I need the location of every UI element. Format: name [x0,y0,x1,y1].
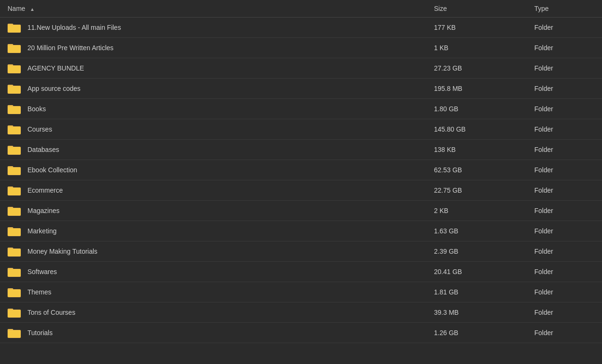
file-name-label: App source codes [27,85,80,92]
folder-icon [8,144,21,155]
file-type-label: Folder [527,38,602,58]
table-row[interactable]: Tutorials1.26 GBFolder [0,323,602,343]
folder-icon [8,63,21,73]
folder-icon [8,104,21,114]
svg-rect-23 [8,168,20,175]
folder-icon [8,83,21,94]
svg-rect-35 [8,249,20,256]
file-size-label: 1.26 GB [426,323,527,343]
file-name-label: Tons of Courses [27,309,75,316]
name-cell: Themes [0,282,426,302]
name-column-header[interactable]: Name ▲ [0,0,426,18]
folder-icon [8,287,21,297]
name-cell: Books [0,99,426,119]
file-size-label: 20.41 GB [426,262,527,282]
table-row[interactable]: 11.New Uploads - All main Files177 KBFol… [0,18,602,38]
file-type-label: Folder [527,119,602,140]
file-type-label: Folder [527,140,602,160]
file-size-label: 1.63 GB [426,221,527,241]
type-column-header[interactable]: Type [527,0,602,18]
file-type-label: Folder [527,58,602,79]
table-row[interactable]: Marketing1.63 GBFolder [0,221,602,241]
name-cell: Tons of Courses [0,302,426,323]
folder-icon [8,328,21,338]
file-size-label: 195.8 MB [426,79,527,99]
svg-rect-44 [8,310,20,317]
file-name-label: Magazines [27,207,60,214]
table-row[interactable]: Ecommerce22.75 GBFolder [0,180,602,201]
file-type-label: Folder [527,79,602,99]
name-cell: Tutorials [0,323,426,343]
name-cell: Databases [0,140,426,160]
svg-rect-11 [8,86,20,93]
svg-rect-32 [8,229,20,236]
table-row[interactable]: Ebook Collection62.53 GBFolder [0,160,602,180]
table-row[interactable]: AGENCY BUNDLE27.23 GBFolder [0,58,602,79]
svg-rect-47 [8,330,20,337]
table-row[interactable]: Money Making Tutorials2.39 GBFolder [0,241,602,262]
folder-icon [8,266,21,277]
table-row[interactable]: Databases138 KBFolder [0,140,602,160]
file-type-label: Folder [527,221,602,241]
file-type-label: Folder [527,241,602,262]
folder-icon [8,22,21,33]
svg-rect-29 [8,208,20,215]
svg-rect-8 [8,66,20,73]
table-row[interactable]: Themes1.81 GBFolder [0,282,602,302]
svg-rect-5 [8,45,20,53]
folder-icon [8,165,21,175]
file-size-label: 2.39 GB [426,241,527,262]
size-column-header[interactable]: Size [426,0,527,18]
name-cell: Ecommerce [0,180,426,201]
file-size-label: 27.23 GB [426,58,527,79]
file-table: Name ▲ Size Type 11.New Uploads - All ma… [0,0,602,343]
svg-rect-20 [8,147,20,154]
file-name-label: 11.New Uploads - All main Files [27,24,121,31]
file-name-label: Money Making Tutorials [27,248,97,255]
file-size-label: 22.75 GB [426,180,527,201]
file-size-label: 1.80 GB [426,99,527,119]
file-name-label: Books [27,105,46,113]
table-header-row: Name ▲ Size Type [0,0,602,18]
name-cell: Money Making Tutorials [0,241,426,262]
file-size-label: 177 KB [426,18,527,38]
folder-icon [8,124,21,134]
table-row[interactable]: 20 Million Pre Written Articles1 KBFolde… [0,38,602,58]
file-type-label: Folder [527,18,602,38]
name-cell: 20 Million Pre Written Articles [0,38,426,58]
name-cell: 11.New Uploads - All main Files [0,18,426,38]
svg-rect-38 [8,269,20,276]
file-name-label: Databases [27,146,59,153]
svg-rect-26 [8,188,20,195]
folder-icon [8,205,21,216]
folder-icon [8,226,21,236]
file-size-label: 39.3 MB [426,302,527,323]
file-type-label: Folder [527,201,602,221]
svg-rect-2 [8,25,20,32]
file-type-label: Folder [527,323,602,343]
table-row[interactable]: Magazines2 KBFolder [0,201,602,221]
folder-icon [8,185,21,195]
file-size-label: 1.81 GB [426,282,527,302]
name-cell: Magazines [0,201,426,221]
file-size-label: 1 KB [426,38,527,58]
svg-rect-41 [8,290,20,297]
svg-rect-14 [8,107,20,114]
file-type-label: Folder [527,99,602,119]
file-type-label: Folder [527,282,602,302]
file-name-label: AGENCY BUNDLE [27,64,84,72]
folder-icon [8,307,21,318]
folder-icon [8,246,21,257]
table-row[interactable]: Courses145.80 GBFolder [0,119,602,140]
table-row[interactable]: Books1.80 GBFolder [0,99,602,119]
name-cell: Courses [0,119,426,140]
file-type-label: Folder [527,302,602,323]
name-cell: App source codes [0,79,426,99]
file-size-label: 138 KB [426,140,527,160]
file-name-label: Courses [27,125,52,133]
name-cell: Ebook Collection [0,160,426,180]
svg-rect-17 [8,127,20,134]
table-row[interactable]: App source codes195.8 MBFolder [0,79,602,99]
table-row[interactable]: Softwares20.41 GBFolder [0,262,602,282]
table-row[interactable]: Tons of Courses39.3 MBFolder [0,302,602,323]
